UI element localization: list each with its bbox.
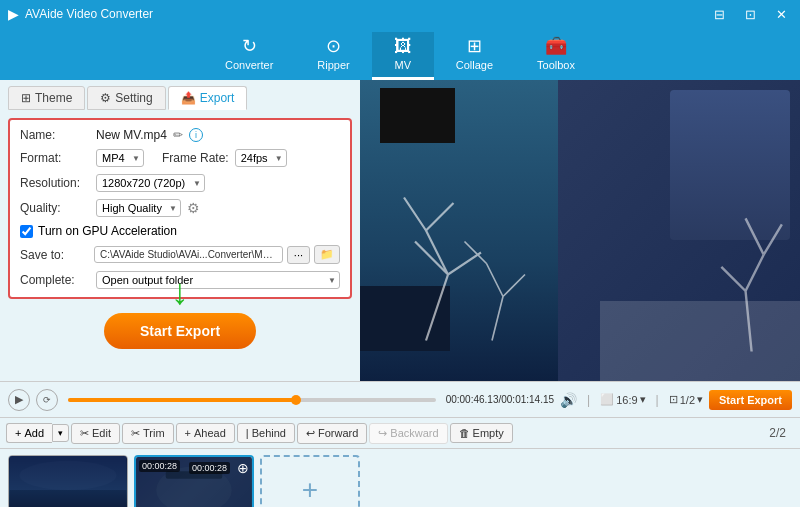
- tab-export-label: Export: [200, 91, 235, 105]
- format-label: Format:: [20, 151, 90, 165]
- start-export-button[interactable]: ↓ Start Export: [104, 313, 256, 349]
- ratio-dropdown-icon: ▾: [640, 393, 646, 406]
- info-icon[interactable]: i: [189, 128, 203, 142]
- page-count: 2/2: [769, 426, 794, 440]
- add-button[interactable]: + Add: [6, 423, 52, 443]
- quality-settings-icon[interactable]: ⚙: [187, 200, 200, 216]
- complete-select-wrapper[interactable]: Open output folder: [96, 271, 340, 289]
- progress-thumb: [291, 395, 301, 405]
- trim-icon: ✂: [131, 427, 140, 440]
- tab-setting[interactable]: ⚙ Setting: [87, 86, 165, 110]
- empty-label: Empty: [473, 427, 504, 439]
- frame-rate-label: Frame Rate:: [162, 151, 229, 165]
- tab-theme-label: Theme: [35, 91, 72, 105]
- name-row: Name: New MV.mp4 ✏ i: [20, 128, 340, 142]
- setting-tab-icon: ⚙: [100, 91, 111, 105]
- resolution-select-wrapper[interactable]: 1280x720 (720p): [96, 174, 205, 192]
- empty-icon: 🗑: [459, 427, 470, 439]
- resolution-row: Resolution: 1280x720 (720p): [20, 174, 340, 192]
- behind-label: Behind: [252, 427, 286, 439]
- empty-button[interactable]: 🗑 Empty: [450, 423, 513, 443]
- tree-svg-left: [360, 80, 580, 381]
- nav-collage[interactable]: ⊞ Collage: [434, 31, 515, 80]
- save-path-display: C:\AVAide Studio\AVAi...Converter\MV Exp…: [94, 246, 283, 263]
- nav-converter[interactable]: ↻ Converter: [203, 31, 295, 80]
- tab-theme[interactable]: ⊞ Theme: [8, 86, 85, 110]
- tab-setting-label: Setting: [115, 91, 152, 105]
- format-select-wrapper[interactable]: MP4: [96, 149, 144, 167]
- film-clip-1-svg: [9, 456, 127, 507]
- play-button[interactable]: ▶: [8, 389, 30, 411]
- nav-ripper-label: Ripper: [317, 59, 349, 71]
- toolbox-icon: 🧰: [545, 35, 567, 57]
- scale-icon: ⊡: [669, 393, 678, 406]
- ratio-icon: ⬜: [600, 393, 614, 406]
- forward-button[interactable]: ↩ Forward: [297, 423, 367, 444]
- progress-fill: [68, 398, 296, 402]
- add-clip-button[interactable]: +: [260, 455, 360, 507]
- browse-button[interactable]: ···: [287, 246, 310, 264]
- app-title: AVAide Video Converter: [25, 7, 153, 21]
- behind-icon: |: [246, 427, 249, 439]
- trim-button[interactable]: ✂ Trim: [122, 423, 174, 444]
- gpu-row: Turn on GPU Acceleration: [20, 224, 340, 238]
- title-bar-left: ▶ AVAide Video Converter: [8, 6, 153, 22]
- edit-button[interactable]: ✂ Edit: [71, 423, 120, 444]
- volume-icon[interactable]: 🔊: [560, 392, 577, 408]
- scale-value: 1/2: [680, 394, 695, 406]
- quality-select-wrapper[interactable]: High Quality: [96, 199, 181, 217]
- ahead-button[interactable]: + Ahead: [176, 423, 235, 443]
- open-folder-button[interactable]: 📁: [314, 245, 340, 264]
- maximize-button[interactable]: ⊡: [740, 5, 761, 24]
- name-label: Name:: [20, 128, 90, 142]
- export-btn-area: ↓ Start Export: [8, 299, 352, 355]
- ripper-icon: ⊙: [326, 35, 341, 57]
- format-select[interactable]: MP4: [96, 149, 144, 167]
- minimize-button[interactable]: ⊟: [709, 5, 730, 24]
- quality-select[interactable]: High Quality: [96, 199, 181, 217]
- close-button[interactable]: ✕: [771, 5, 792, 24]
- framerate-select[interactable]: 24fps: [235, 149, 287, 167]
- nav-bar: ↻ Converter ⊙ Ripper 🖼 MV ⊞ Collage 🧰 To…: [0, 28, 800, 80]
- film-clip-2-options[interactable]: ⊕: [237, 460, 249, 476]
- nav-mv-label: MV: [394, 59, 411, 71]
- player-export-button[interactable]: Start Export: [709, 390, 792, 410]
- edit-name-icon[interactable]: ✏: [173, 128, 183, 142]
- tab-export[interactable]: 📤 Export: [168, 86, 248, 110]
- ahead-icon: +: [185, 427, 191, 439]
- scale-selector[interactable]: ⊡ 1/2 ▾: [669, 393, 703, 406]
- svg-point-2: [19, 461, 116, 490]
- film-duration-badge: 00:00:28: [189, 462, 230, 474]
- rewind-button[interactable]: ⟳: [36, 389, 58, 411]
- toolbar: + Add ▾ ✂ Edit ✂ Trim + Ahead | Behind ↩…: [0, 417, 800, 449]
- title-bar-controls: ⊟ ⊡ ✕: [709, 5, 792, 24]
- player-bar: ▶ ⟳ 00:00:46.13/00:01:14.15 🔊 | ⬜ 16:9 ▾…: [0, 381, 800, 417]
- nav-mv[interactable]: 🖼 MV: [372, 32, 434, 80]
- backward-button[interactable]: ↪ Backward: [369, 423, 447, 444]
- resolution-select[interactable]: 1280x720 (720p): [96, 174, 205, 192]
- video-preview-panel: [360, 80, 800, 381]
- save-to-row: Save to: C:\AVAide Studio\AVAi...Convert…: [20, 245, 340, 264]
- film-clip-1[interactable]: ▶ ⚙ ✂: [8, 455, 128, 507]
- video-preview: [360, 80, 800, 381]
- forward-label: Forward: [318, 427, 358, 439]
- gpu-checkbox[interactable]: [20, 225, 33, 238]
- ratio-selector[interactable]: ⬜ 16:9 ▾: [600, 393, 645, 406]
- title-bar: ▶ AVAide Video Converter ⊟ ⊡ ✕: [0, 0, 800, 28]
- app-logo-icon: ▶: [8, 6, 19, 22]
- ratio-value: 16:9: [616, 394, 637, 406]
- behind-button[interactable]: | Behind: [237, 423, 295, 443]
- player-export-label: Start Export: [719, 394, 782, 406]
- edit-label: Edit: [92, 427, 111, 439]
- quality-row: Quality: High Quality ⚙: [20, 199, 340, 217]
- film-clip-2[interactable]: 00:00:28 00:00:28 ⊕ ▶ ⚙ ✂: [134, 455, 254, 507]
- progress-bar[interactable]: [68, 398, 436, 402]
- complete-select[interactable]: Open output folder: [96, 271, 340, 289]
- divider1: |: [587, 393, 590, 407]
- nav-ripper[interactable]: ⊙ Ripper: [295, 31, 371, 80]
- add-dropdown-button[interactable]: ▾: [52, 424, 69, 442]
- left-panel: ⊞ Theme ⚙ Setting 📤 Export Name: New MV.…: [0, 80, 360, 381]
- film-clip-options-icon[interactable]: ⊕: [237, 460, 249, 476]
- framerate-select-wrapper[interactable]: 24fps: [235, 149, 287, 167]
- nav-toolbox[interactable]: 🧰 Toolbox: [515, 31, 597, 80]
